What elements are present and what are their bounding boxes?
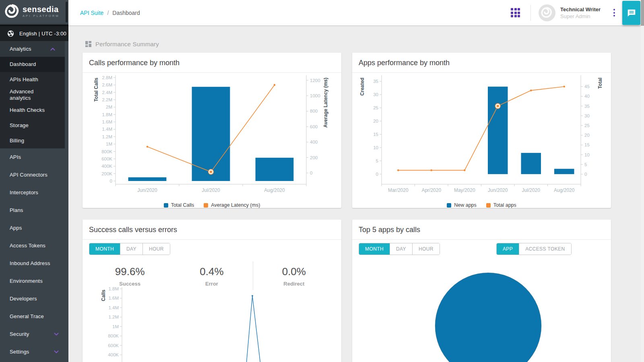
svg-text:1.4M: 1.4M [102, 127, 112, 132]
svg-text:25: 25 [584, 123, 590, 128]
svg-text:Total Calls: Total Calls [93, 78, 99, 102]
main-content: Performance Summary Calls performance by… [68, 25, 644, 362]
chevron-up-icon [50, 47, 55, 51]
svg-text:Calls: Calls [101, 290, 106, 301]
avatar[interactable] [539, 4, 555, 21]
sidebar-item-apps[interactable]: Apps [0, 219, 68, 237]
language-label: English | UTC -3:00 [19, 31, 66, 37]
sidebar-item-label: Inbound Address [10, 260, 50, 267]
sidebar-item-general-trace[interactable]: General Trace [0, 308, 68, 325]
sidebar-group-security[interactable]: Security [0, 325, 68, 343]
svg-text:600: 600 [310, 124, 318, 129]
sidebar-item-billing[interactable]: Billing [0, 133, 65, 148]
card-title: Success calls versus errors [83, 220, 341, 234]
svg-text:1.2M: 1.2M [108, 315, 119, 319]
group-chevron [50, 47, 55, 51]
period-toggles: MONTHDAYHOUR [89, 243, 170, 255]
legend-item-new-apps[interactable]: New apps [447, 202, 477, 208]
sidebar-item-advanced-analytics[interactable]: Advanced analytics [0, 87, 65, 103]
svg-text:25: 25 [373, 105, 378, 110]
svg-text:Average Latency (ms): Average Latency (ms) [323, 78, 328, 128]
toggle-day[interactable]: DAY [120, 243, 142, 255]
svg-text:800K: 800K [101, 149, 112, 154]
toggle-access-token[interactable]: ACCESS TOKEN [519, 243, 571, 255]
window-scrollbar-thumb[interactable] [641, 0, 644, 26]
card-title: Top 5 apps by calls [352, 220, 611, 234]
period-and-mode-toggles: MONTHDAYHOURAPPACCESS TOKEN [359, 243, 572, 255]
success-errors-chart: 1.8M1.6M1.4M1.2M1M800K600K400K200K0Calls [95, 286, 341, 362]
svg-text:30: 30 [373, 92, 378, 97]
svg-text:1000: 1000 [310, 93, 320, 98]
svg-text:Created: Created [359, 78, 365, 96]
section-title: Performance Summary [95, 41, 159, 47]
toggle-month[interactable]: MONTH [359, 243, 390, 255]
sidebar-item-health-checks[interactable]: Health Checks [0, 103, 65, 118]
top5-apps-pie-chart [365, 260, 611, 362]
card-success-vs-errors: Success calls versus errors MONTHDAYHOUR… [83, 220, 341, 362]
group-chevron [54, 333, 59, 336]
sidebar-group-label: Analytics [10, 46, 31, 52]
sidebar-item-inbound-address[interactable]: Inbound Address [0, 255, 68, 272]
sidebar-item-api-connectors[interactable]: API Connectors [0, 166, 68, 184]
topbar-divider [530, 5, 531, 21]
sensedia-logo-icon [5, 4, 20, 19]
sidebar-item-environments[interactable]: Environments [0, 272, 68, 290]
apps-grid-icon[interactable] [511, 8, 520, 17]
avatar-logo-icon [541, 7, 553, 19]
apps-performance-chart: 05101520253035051015202530354045CreatedT… [359, 74, 605, 202]
sidebar-group-analytics[interactable]: Analytics [0, 41, 65, 57]
user-menu-kebab-icon[interactable] [613, 8, 615, 17]
legend-item-total-calls[interactable]: Total Calls [164, 202, 194, 208]
toggle-month[interactable]: MONTH [89, 243, 120, 255]
svg-text:1.8M: 1.8M [108, 286, 119, 291]
breadcrumb-current: Dashboard [112, 10, 140, 16]
sidebar-item-storage[interactable]: Storage [0, 118, 65, 133]
svg-text:2.4M: 2.4M [102, 90, 112, 95]
app-logo[interactable]: sensedia API PLATFORM [0, 0, 68, 23]
toggle-app[interactable]: APP [497, 243, 519, 255]
svg-text:1M: 1M [112, 324, 119, 329]
user-info: Technical Writer Super Admin [560, 6, 601, 19]
svg-text:35: 35 [584, 104, 590, 109]
toggle-day[interactable]: DAY [390, 243, 412, 255]
stat-value: 0.4% [171, 265, 252, 278]
language-selector[interactable]: English | UTC -3:00 [0, 25, 68, 41]
svg-text:400K: 400K [108, 352, 119, 357]
legend-label: New apps [454, 202, 477, 208]
legend-item-total-apps[interactable]: Total apps [486, 202, 516, 208]
user-name: Technical Writer [560, 6, 601, 12]
legend-label: Average Latency (ms) [211, 202, 260, 208]
window-scrollbar[interactable] [641, 0, 644, 362]
breadcrumb-api-suite[interactable]: API Suite [80, 10, 103, 16]
sidebar-scrollbar[interactable] [66, 2, 68, 23]
legend-swatch [447, 203, 451, 208]
sidebar-item-label: APIs Health [10, 76, 38, 83]
chat-button[interactable] [622, 1, 640, 25]
sidebar-submenu: DashboardAPIs HealthAdvanced analyticsHe… [0, 57, 65, 148]
sidebar-item-label: Access Tokens [10, 243, 45, 249]
sidebar-item-access-tokens[interactable]: Access Tokens [0, 237, 68, 255]
svg-text:Total: Total [597, 78, 603, 89]
svg-text:35: 35 [373, 79, 378, 84]
sidebar-item-developers[interactable]: Developers [0, 290, 68, 308]
toggle-hour[interactable]: HOUR [142, 243, 170, 255]
legend-item-average-latency-ms-[interactable]: Average Latency (ms) [204, 202, 260, 208]
breadcrumb: API Suite / Dashboard [80, 0, 140, 25]
sidebar-item-dashboard[interactable]: Dashboard [0, 57, 65, 72]
sidebar-item-apis[interactable]: APIs [0, 148, 68, 166]
svg-text:10: 10 [584, 152, 590, 157]
sidebar-group-settings[interactable]: Settings [0, 343, 68, 361]
svg-text:Aug/2020: Aug/2020 [264, 187, 285, 193]
sidebar-item-label: Advanced analytics [10, 88, 52, 101]
brand-subtitle: API PLATFORM [23, 14, 60, 18]
sidebar-item-label: Interceptors [10, 189, 38, 196]
sidebar-item-plans[interactable]: Plans [0, 202, 68, 219]
toggle-hour[interactable]: HOUR [412, 243, 440, 255]
sidebar-item-apis-health[interactable]: APIs Health [0, 72, 65, 87]
svg-text:2.6M: 2.6M [102, 82, 112, 87]
svg-text:20: 20 [584, 133, 590, 138]
user-role: Super Admin [560, 13, 601, 19]
sidebar-item-label: Plans [10, 207, 23, 214]
card-title: Calls performance by month [83, 53, 341, 67]
sidebar-item-interceptors[interactable]: Interceptors [0, 184, 68, 202]
